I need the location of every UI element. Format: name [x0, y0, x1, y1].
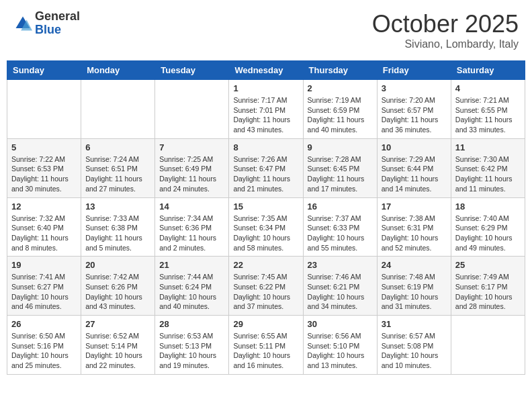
day-info: Sunrise: 7:25 AMSunset: 6:49 PMDaylight:…	[159, 154, 224, 194]
day-info: Sunrise: 7:48 AMSunset: 6:19 PMDaylight:…	[382, 272, 447, 312]
calendar-cell: 31Sunrise: 6:57 AMSunset: 5:08 PMDayligh…	[377, 316, 451, 375]
logo: General Blue	[13, 10, 80, 37]
day-info: Sunrise: 7:45 AMSunset: 6:22 PMDaylight:…	[233, 272, 298, 312]
weekday-header: Tuesday	[155, 61, 229, 80]
day-info: Sunrise: 7:22 AMSunset: 6:53 PMDaylight:…	[11, 154, 77, 194]
day-info: Sunrise: 7:35 AMSunset: 6:34 PMDaylight:…	[233, 214, 298, 253]
day-number: 7	[159, 142, 224, 152]
day-info: Sunrise: 6:53 AMSunset: 5:13 PMDaylight:…	[159, 331, 224, 371]
calendar-cell: 21Sunrise: 7:44 AMSunset: 6:24 PMDayligh…	[155, 257, 229, 316]
calendar-cell: 3Sunrise: 7:20 AMSunset: 6:57 PMDaylight…	[377, 80, 451, 139]
day-number: 12	[11, 201, 77, 212]
day-number: 30	[308, 319, 373, 329]
weekday-header-row: SundayMondayTuesdayWednesdayThursdayFrid…	[7, 61, 525, 80]
day-info: Sunrise: 7:20 AMSunset: 6:57 PMDaylight:…	[382, 95, 447, 135]
calendar-cell: 12Sunrise: 7:32 AMSunset: 6:40 PMDayligh…	[7, 197, 81, 257]
day-info: Sunrise: 7:32 AMSunset: 6:40 PMDaylight:…	[11, 214, 77, 253]
calendar-cell: 22Sunrise: 7:45 AMSunset: 6:22 PMDayligh…	[229, 257, 303, 316]
day-info: Sunrise: 7:42 AMSunset: 6:26 PMDaylight:…	[85, 272, 150, 312]
calendar-cell: 8Sunrise: 7:26 AMSunset: 6:47 PMDaylight…	[229, 138, 303, 197]
calendar-cell: 10Sunrise: 7:29 AMSunset: 6:44 PMDayligh…	[377, 138, 451, 197]
day-number: 22	[233, 260, 298, 270]
calendar-cell: 23Sunrise: 7:46 AMSunset: 6:21 PMDayligh…	[303, 257, 377, 316]
day-number: 9	[308, 142, 373, 152]
location: Siviano, Lombardy, Italy	[372, 38, 519, 50]
day-info: Sunrise: 7:49 AMSunset: 6:17 PMDaylight:…	[455, 272, 521, 312]
day-info: Sunrise: 7:30 AMSunset: 6:42 PMDaylight:…	[455, 154, 521, 194]
day-info: Sunrise: 6:52 AMSunset: 5:14 PMDaylight:…	[85, 331, 150, 371]
day-number: 20	[85, 260, 150, 270]
day-number: 27	[85, 319, 150, 329]
day-info: Sunrise: 7:37 AMSunset: 6:33 PMDaylight:…	[308, 214, 373, 253]
day-number: 1	[233, 83, 298, 93]
day-number: 26	[11, 319, 77, 329]
calendar-cell: 1Sunrise: 7:17 AMSunset: 7:01 PMDaylight…	[229, 80, 303, 139]
day-number: 11	[455, 142, 521, 152]
calendar-week-row: 26Sunrise: 6:50 AMSunset: 5:16 PMDayligh…	[7, 316, 525, 375]
month-title: October 2025	[372, 10, 519, 38]
day-info: Sunrise: 7:28 AMSunset: 6:45 PMDaylight:…	[308, 154, 373, 194]
day-info: Sunrise: 7:46 AMSunset: 6:21 PMDaylight:…	[308, 272, 373, 312]
calendar-cell: 25Sunrise: 7:49 AMSunset: 6:17 PMDayligh…	[451, 257, 525, 316]
day-info: Sunrise: 7:17 AMSunset: 7:01 PMDaylight:…	[233, 95, 298, 135]
day-number: 8	[233, 142, 298, 152]
day-number: 2	[308, 83, 373, 93]
day-number: 3	[382, 83, 447, 93]
day-number: 24	[382, 260, 447, 270]
title-block: October 2025 Siviano, Lombardy, Italy	[372, 10, 519, 50]
calendar-cell	[81, 80, 155, 139]
day-info: Sunrise: 7:38 AMSunset: 6:31 PMDaylight:…	[382, 214, 447, 253]
logo-general: General	[35, 10, 80, 24]
day-info: Sunrise: 7:41 AMSunset: 6:27 PMDaylight:…	[11, 272, 77, 312]
logo-blue: Blue	[35, 24, 80, 37]
day-info: Sunrise: 7:26 AMSunset: 6:47 PMDaylight:…	[233, 154, 298, 194]
day-info: Sunrise: 6:55 AMSunset: 5:11 PMDaylight:…	[233, 331, 298, 371]
calendar-cell: 28Sunrise: 6:53 AMSunset: 5:13 PMDayligh…	[155, 316, 229, 375]
calendar-cell: 26Sunrise: 6:50 AMSunset: 5:16 PMDayligh…	[7, 316, 81, 375]
calendar-table: SundayMondayTuesdayWednesdayThursdayFrid…	[7, 60, 525, 375]
day-info: Sunrise: 6:56 AMSunset: 5:10 PMDaylight:…	[308, 331, 373, 371]
calendar-cell: 16Sunrise: 7:37 AMSunset: 6:33 PMDayligh…	[303, 197, 377, 257]
day-number: 23	[308, 260, 373, 270]
day-number: 19	[11, 260, 77, 270]
day-info: Sunrise: 7:21 AMSunset: 6:55 PMDaylight:…	[455, 95, 521, 135]
calendar-cell: 20Sunrise: 7:42 AMSunset: 6:26 PMDayligh…	[81, 257, 155, 316]
calendar-cell: 17Sunrise: 7:38 AMSunset: 6:31 PMDayligh…	[377, 197, 451, 257]
weekday-header: Saturday	[451, 61, 525, 80]
day-number: 10	[382, 142, 447, 152]
calendar-week-row: 12Sunrise: 7:32 AMSunset: 6:40 PMDayligh…	[7, 197, 525, 257]
day-number: 16	[308, 201, 373, 212]
calendar-cell: 4Sunrise: 7:21 AMSunset: 6:55 PMDaylight…	[451, 80, 525, 139]
day-info: Sunrise: 7:19 AMSunset: 6:59 PMDaylight:…	[308, 95, 373, 135]
page-header: General Blue October 2025 Siviano, Lomba…	[7, 7, 525, 54]
calendar-cell	[7, 80, 81, 139]
day-number: 29	[233, 319, 298, 329]
logo-text: General Blue	[35, 10, 80, 37]
weekday-header: Thursday	[303, 61, 377, 80]
calendar-cell: 9Sunrise: 7:28 AMSunset: 6:45 PMDaylight…	[303, 138, 377, 197]
day-info: Sunrise: 6:50 AMSunset: 5:16 PMDaylight:…	[11, 331, 77, 371]
calendar-cell: 11Sunrise: 7:30 AMSunset: 6:42 PMDayligh…	[451, 138, 525, 197]
day-number: 28	[159, 319, 224, 329]
calendar-week-row: 19Sunrise: 7:41 AMSunset: 6:27 PMDayligh…	[7, 257, 525, 316]
weekday-header: Friday	[377, 61, 451, 80]
calendar-cell	[155, 80, 229, 139]
day-number: 13	[85, 201, 150, 212]
calendar-week-row: 5Sunrise: 7:22 AMSunset: 6:53 PMDaylight…	[7, 138, 525, 197]
logo-icon	[13, 14, 32, 33]
day-number: 25	[455, 260, 521, 270]
day-number: 17	[382, 201, 447, 212]
calendar-cell: 14Sunrise: 7:34 AMSunset: 6:36 PMDayligh…	[155, 197, 229, 257]
calendar-cell	[451, 316, 525, 375]
day-number: 18	[455, 201, 521, 212]
day-number: 31	[382, 319, 447, 329]
day-number: 5	[11, 142, 77, 152]
weekday-header: Monday	[81, 61, 155, 80]
day-number: 6	[85, 142, 150, 152]
calendar-cell: 30Sunrise: 6:56 AMSunset: 5:10 PMDayligh…	[303, 316, 377, 375]
day-number: 15	[233, 201, 298, 212]
day-number: 4	[455, 83, 521, 93]
weekday-header: Sunday	[7, 61, 81, 80]
day-info: Sunrise: 6:57 AMSunset: 5:08 PMDaylight:…	[382, 331, 447, 371]
calendar-cell: 13Sunrise: 7:33 AMSunset: 6:38 PMDayligh…	[81, 197, 155, 257]
